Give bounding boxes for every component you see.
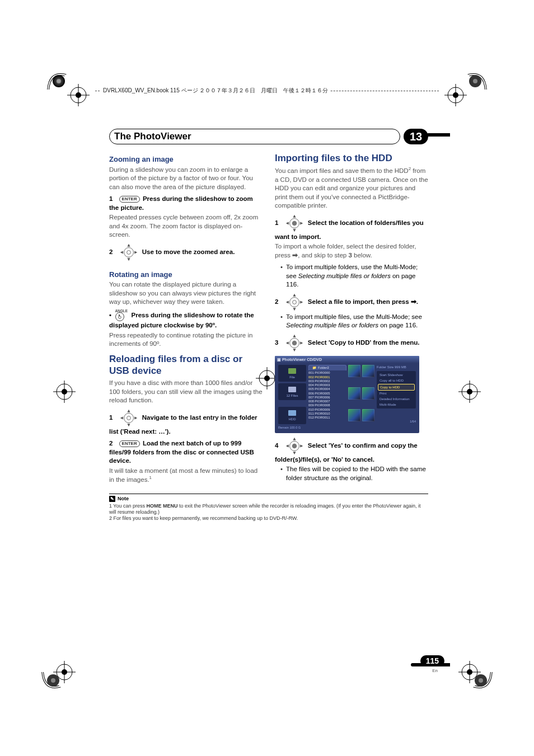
svg-point-37 [127, 250, 130, 254]
ss-files-icon [288, 387, 296, 392]
svg-point-69 [292, 444, 297, 449]
ss-thumb [348, 387, 360, 400]
svg-point-56 [289, 297, 299, 307]
registration-mark-icon [458, 661, 481, 683]
import-step-1: 1 Select the location of folders/files y… [275, 214, 428, 242]
text-fragment: It will take a moment (at most a few min… [109, 467, 257, 483]
ss-menu-item: Print [378, 391, 415, 396]
ss-menu-item: Multi-Mode [378, 402, 415, 407]
enter-button-icon: ENTER [119, 196, 140, 203]
right-arrow-icon: ➡ [292, 252, 298, 259]
side-tab-marker [427, 133, 450, 137]
ss-pager: 1/64 [377, 420, 416, 424]
page-number-badge: 115 [420, 655, 444, 666]
svg-marker-70 [293, 438, 296, 440]
svg-point-57 [292, 300, 296, 304]
registration-mark-icon [444, 84, 467, 106]
cross-ref: Selecting multiple files or folders [298, 273, 391, 279]
list-item: 002 PIOR0001 [308, 375, 346, 379]
import-step4-bullet: The files will be copied to the HDD with… [280, 465, 428, 482]
import-step1-bullet: To import multiple folders, use the Mult… [280, 263, 428, 289]
ss-context-menu-panel: Folder Size 999 MB Start Slideshow Copy … [377, 365, 416, 430]
import-step-3: 3 Select 'Copy to HDD' from the menu. [275, 334, 428, 353]
svg-point-3 [473, 79, 477, 83]
svg-marker-53 [293, 229, 296, 232]
svg-marker-65 [293, 349, 296, 351]
ss-menu-item: Start Slideshow [378, 372, 415, 378]
list-item: 010 PIOR0009 [308, 408, 346, 412]
svg-marker-61 [300, 300, 303, 303]
dpad-enter-icon [285, 436, 304, 456]
ss-remain: Remain 100.0 G [278, 426, 306, 430]
ss-thumb [348, 409, 360, 421]
cross-ref: Selecting multiple files or folders [286, 322, 378, 328]
note-heading-label: Note [118, 496, 129, 501]
step-number: 2 [109, 248, 113, 255]
svg-point-51 [292, 220, 297, 226]
step-text: Select a file to import, then press [308, 298, 411, 305]
enter-button-icon: ENTER [119, 440, 140, 447]
ss-files-count-box: 12 Files [278, 383, 306, 400]
list-item: 005 PIOR0004 [308, 387, 346, 391]
svg-marker-64 [293, 334, 296, 337]
ss-app-icon: ▣ [277, 358, 281, 361]
svg-point-44 [124, 413, 133, 422]
svg-marker-47 [127, 424, 130, 426]
step-number: 2 [275, 298, 278, 305]
ss-folder-size: Folder Size 999 MB [377, 365, 416, 369]
svg-point-45 [127, 416, 130, 420]
text-fragment: The files will be copied to the HDD with… [286, 465, 428, 482]
dpad-icon [285, 293, 304, 312]
corner-decoration-icon [467, 56, 500, 90]
svg-marker-46 [127, 410, 130, 412]
svg-point-63 [292, 341, 297, 346]
svg-marker-73 [300, 444, 303, 447]
list-item: 009 PIOR0008 [308, 403, 346, 407]
svg-marker-48 [120, 416, 123, 419]
registration-mark-icon [458, 381, 481, 403]
heading-rotate: Rotating an image [109, 270, 263, 280]
svg-marker-41 [134, 251, 137, 253]
svg-marker-59 [293, 308, 296, 311]
list-item: 008 PIOR0007 [308, 400, 346, 403]
step-number: 1 [109, 195, 113, 202]
step-text: Select 'Copy to HDD' from the menu. [308, 339, 420, 346]
ss-thumbnails [348, 365, 374, 430]
chapter-number-badge: 13 [404, 129, 428, 144]
text-fragment: . [416, 298, 418, 305]
reload-step-2: 2 ENTER Load the next batch of up to 999… [109, 439, 263, 466]
right-column: Importing files to the HDD You can impor… [275, 152, 428, 488]
footnote-1: 1 You can press HOME MENU to exit the Ph… [109, 503, 428, 516]
page-language: En [432, 668, 438, 673]
svg-marker-58 [293, 293, 296, 296]
text-fragment: on page 116. [378, 322, 418, 328]
step-number: 1 [275, 219, 278, 226]
text-fragment: You can import files and save them to th… [275, 167, 409, 174]
svg-marker-54 [285, 222, 288, 224]
dpad-enter-icon [285, 334, 304, 353]
text-fragment: , and skip to step [298, 252, 348, 259]
ss-thumb [362, 409, 374, 421]
header-runner: DVRLX60D_WV_EN.book 115 ページ ２００７年３月２６日 月… [101, 87, 330, 95]
svg-point-1 [57, 79, 61, 83]
step-text: Use to move the zoomed area. [142, 248, 235, 255]
svg-point-36 [124, 247, 133, 257]
svg-marker-39 [127, 258, 130, 261]
footnote-2: 2 For files you want to keep permanently… [109, 515, 428, 522]
right-arrow-icon: ➡ [411, 298, 416, 305]
button-name: HOME MENU [147, 503, 178, 509]
note-icon: ✎ [109, 496, 115, 502]
zoom-step-1: 1 ENTER Press during the slideshow to zo… [109, 195, 263, 212]
ss-thumb [362, 387, 374, 400]
ss-hdd-label: HDD [289, 417, 296, 421]
step-text: Press during the slideshow to rotate the… [109, 312, 254, 328]
ss-file-box: File [278, 365, 306, 382]
list-item: 011 PIOR0010 [308, 412, 346, 416]
text-fragment: 1 You can press [109, 503, 147, 509]
angle-button-icon [115, 312, 124, 321]
svg-marker-72 [285, 444, 288, 447]
svg-marker-67 [300, 341, 303, 344]
registration-mark-icon [53, 661, 76, 683]
ss-file-list: 📁Folder2 001 PIOR0000 002 PIOR0001 003 P… [308, 365, 346, 430]
ss-hdd-icon [288, 410, 296, 416]
